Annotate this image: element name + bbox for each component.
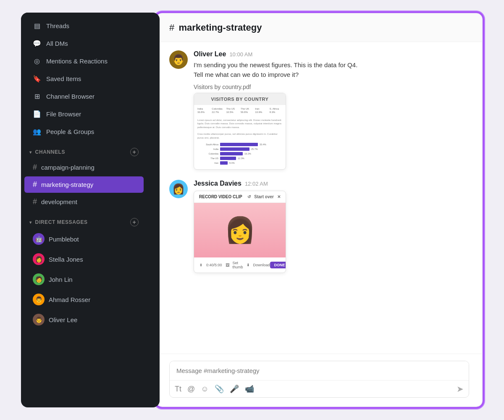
pdf-bar-val-4: 12.3% bbox=[238, 157, 244, 160]
sidebar-item-channel-browser[interactable]: ⊞ Channel Browser bbox=[24, 88, 144, 105]
channel-hash-icon: # bbox=[33, 180, 37, 189]
attachment-label: Visitors by country.pdf bbox=[194, 84, 469, 90]
dm-item-ahmad[interactable]: 👨 Ahmad Rosser bbox=[24, 290, 144, 309]
sidebar-item-label: File Browser bbox=[46, 110, 81, 118]
sidebar-item-all-dms[interactable]: 💬 All DMs bbox=[24, 35, 144, 52]
msg-header-jessica: Jessica Davies 12:02 AM bbox=[194, 180, 469, 187]
video-done-button[interactable]: DONE bbox=[270, 262, 286, 268]
dm-avatar-stella: 👩 bbox=[33, 253, 45, 265]
messages-area: 👨 Oliver Lee 10:00 AM I'm sending you th… bbox=[157, 42, 482, 354]
dm-item-john[interactable]: 🧑 John Lin bbox=[24, 270, 144, 289]
message-input[interactable] bbox=[170, 361, 469, 380]
channel-item-development[interactable]: # development bbox=[24, 194, 144, 210]
sidebar-item-saved[interactable]: 🔖 Saved Items bbox=[24, 70, 144, 87]
pdf-bar-val-1: 33.4% bbox=[260, 143, 266, 146]
dm-avatar-ahmad: 👨 bbox=[33, 294, 45, 305]
chat-inner: # marketing-strategy 👨 Oliver Lee 10:00 … bbox=[157, 14, 482, 406]
saved-icon: 🔖 bbox=[33, 74, 41, 83]
download-icon: ⬇ bbox=[247, 263, 250, 267]
sidebar-item-people[interactable]: 👥 People & Groups bbox=[24, 123, 144, 140]
pdf-bar-label-3: Colombia bbox=[197, 152, 218, 155]
channel-hash-icon: # bbox=[33, 163, 37, 172]
start-over-icon: ↺ bbox=[247, 194, 251, 199]
avatar-jessica: 👩 bbox=[169, 180, 188, 198]
sidebar-item-label: People & Groups bbox=[46, 128, 94, 135]
dm-item-stella[interactable]: 👩 Stella Jones bbox=[24, 249, 144, 269]
pdf-body-text-2: Cras mottis ullamcorper purus, vel ultri… bbox=[194, 131, 286, 141]
msg-time-jessica: 12:02 AM bbox=[245, 181, 268, 187]
msg-author-oliver: Oliver Lee bbox=[194, 50, 226, 58]
pdf-bar-val-3: 19.2% bbox=[244, 152, 251, 155]
pdf-bar-val-2: 25.7% bbox=[251, 148, 258, 150]
pdf-bar-row-1: South Africa 33.4% bbox=[197, 143, 282, 146]
play-pause-icon[interactable]: ⏸ bbox=[199, 263, 203, 267]
dm-avatar-john: 🧑 bbox=[33, 273, 45, 285]
pdf-bar-1 bbox=[220, 143, 258, 146]
pdf-val-sa: 8.3% bbox=[270, 111, 282, 113]
download-label[interactable]: Download bbox=[253, 263, 270, 267]
attachment-tool[interactable]: 📎 bbox=[215, 384, 224, 394]
dm-name: Ahmad Rosser bbox=[49, 296, 90, 303]
dm-name: Pumblebot bbox=[49, 236, 79, 243]
video-footer: ⏸ 0:40/5:00 🖼 Set thumb ⬇ Download DONE bbox=[194, 257, 286, 273]
channel-item-marketing-strategy[interactable]: # marketing-strategy bbox=[24, 176, 144, 193]
pdf-bar-row-5: Iran 8.3% bbox=[197, 161, 282, 165]
sidebar-item-label: Threads bbox=[46, 22, 69, 29]
sidebar-item-mentions[interactable]: ◎ Mentions & Reactions bbox=[24, 52, 144, 69]
text-format-tool[interactable]: Tt bbox=[175, 385, 181, 394]
message-oliver: 👨 Oliver Lee 10:00 AM I'm sending you th… bbox=[169, 50, 469, 170]
pdf-col-us: The US bbox=[226, 108, 239, 110]
sidebar-item-label: Mentions & Reactions bbox=[46, 58, 108, 65]
pdf-table: India Colombia The US The UK Iran S. Afr… bbox=[194, 105, 286, 117]
pdf-bar-5 bbox=[220, 161, 228, 165]
channel-title-text: marketing-strategy bbox=[178, 22, 262, 33]
pdf-val-us: 10.5% bbox=[226, 111, 239, 113]
channel-browser-icon: ⊞ bbox=[33, 92, 41, 100]
dm-item-pumblebot[interactable]: 🤖 Pumblebot bbox=[24, 229, 144, 249]
dm-name: John Lin bbox=[49, 276, 73, 283]
sidebar-item-file-browser[interactable]: 📄 File Browser bbox=[24, 105, 144, 122]
threads-icon: ▤ bbox=[33, 21, 41, 30]
pdf-bar-row-3: Colombia 19.2% bbox=[197, 152, 282, 155]
channel-name: marketing-strategy bbox=[41, 181, 93, 188]
send-button[interactable]: ➤ bbox=[457, 384, 464, 394]
channel-header: # marketing-strategy bbox=[157, 14, 482, 42]
set-thumb-label[interactable]: Set thumb bbox=[233, 261, 243, 269]
dms-icon: 💬 bbox=[33, 39, 41, 47]
dm-name: Stella Jones bbox=[49, 256, 83, 263]
msg-content-oliver: Oliver Lee 10:00 AM I'm sending you the … bbox=[194, 50, 469, 170]
emoji-tool[interactable]: ☺ bbox=[201, 385, 208, 394]
input-toolbar: Tt @ ☺ 📎 🎤 📹 ➤ bbox=[170, 380, 469, 397]
pdf-bar-label-4: The US bbox=[197, 157, 218, 160]
dm-item-oliver[interactable]: 👨 Oliver Lee bbox=[24, 310, 144, 329]
dm-header-label: DIRECT MESSAGES bbox=[35, 219, 88, 225]
channel-item-campaign-planning[interactable]: # campaign-planning bbox=[24, 159, 144, 176]
pdf-bar-label-2: India bbox=[197, 148, 218, 150]
sidebar-item-threads[interactable]: ▤ Threads bbox=[24, 17, 144, 34]
pdf-table-row-vals: 33.8% 22.7% 10.5% 56.8% 10.9% 8.3% bbox=[197, 111, 282, 113]
add-dm-button[interactable]: + bbox=[130, 218, 139, 226]
msg-header-oliver: Oliver Lee 10:00 AM bbox=[194, 50, 469, 58]
channel-hash-icon: # bbox=[33, 197, 37, 206]
sidebar-nav: ▤ Threads 💬 All DMs ◎ Mentions & Reactio… bbox=[21, 13, 147, 334]
pdf-val-iran: 10.9% bbox=[255, 111, 268, 113]
add-channel-button[interactable]: + bbox=[130, 148, 139, 156]
msg-content-jessica: Jessica Davies 12:02 AM RECORD VIDEO CLI… bbox=[194, 180, 469, 273]
dm-avatar-pumblebot: 🤖 bbox=[33, 233, 45, 245]
pdf-header: VISITORS BY COUNTRY bbox=[194, 93, 286, 105]
audio-tool[interactable]: 🎤 bbox=[230, 384, 239, 394]
pdf-val-india: 33.8% bbox=[197, 111, 210, 113]
mention-tool[interactable]: @ bbox=[187, 385, 195, 394]
pdf-col-iran: Iran bbox=[255, 108, 268, 110]
video-tool[interactable]: 📹 bbox=[245, 384, 254, 394]
pdf-bar-2 bbox=[220, 147, 249, 151]
sidebar: ▤ Threads 💬 All DMs ◎ Mentions & Reactio… bbox=[21, 13, 160, 407]
channels-chevron-icon: ▾ bbox=[29, 150, 32, 155]
msg-time-oliver: 10:00 AM bbox=[229, 51, 252, 58]
video-header-label: RECORD VIDEO CLIP bbox=[199, 194, 242, 199]
pdf-col-colombia: Colombia bbox=[212, 108, 224, 110]
sidebar-item-label: All DMs bbox=[46, 40, 68, 47]
msg-text-oliver: I'm sending you the newest figures. This… bbox=[194, 60, 469, 79]
video-close-icon[interactable]: ✕ bbox=[277, 194, 281, 199]
dm-section-header: ▾ DIRECT MESSAGES + bbox=[21, 214, 147, 229]
